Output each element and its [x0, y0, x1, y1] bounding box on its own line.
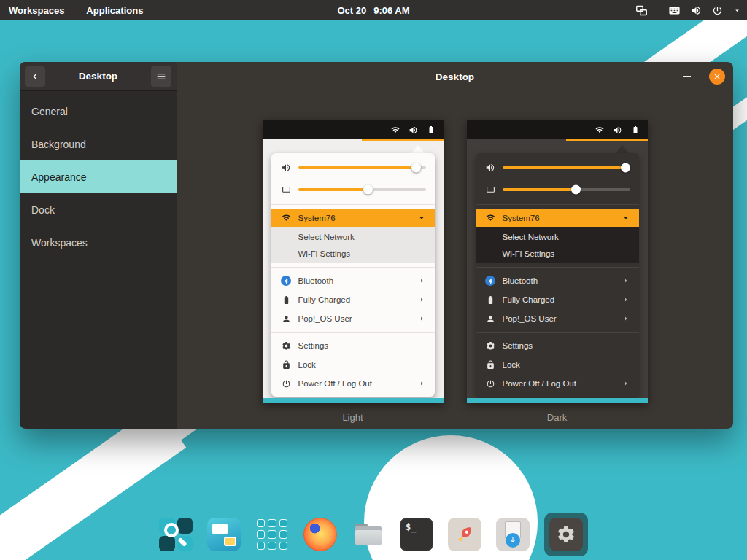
preview-wallpaper-strip [263, 398, 444, 403]
battery-icon [486, 295, 495, 305]
workspaces-menu[interactable]: Workspaces [9, 5, 64, 16]
desktop: Workspaces Applications Oct 20 9:06 AM D… [0, 0, 747, 560]
divider [476, 204, 639, 205]
lock-item: Lock [476, 355, 639, 374]
sidebar-item-dock[interactable]: Dock [20, 193, 177, 226]
volume-icon[interactable] [691, 5, 702, 16]
gear-icon [556, 524, 576, 545]
dock-files-icon[interactable] [352, 518, 385, 551]
chevron-down-icon [622, 214, 630, 222]
dock-installer-icon[interactable] [448, 518, 481, 551]
chevron-right-icon [622, 379, 630, 388]
network-submenu: Select Network Wi-Fi Settings [271, 227, 435, 263]
panel-active-indicator [566, 139, 648, 141]
dock-terminal-icon[interactable]: $_ [400, 518, 433, 551]
theme-preview-dark-card[interactable]: System76 Select Network Wi-Fi Settings B… [467, 120, 648, 403]
panel-active-indicator [362, 139, 444, 141]
bluetooth-icon [485, 276, 495, 286]
keyboard-layout-icon[interactable] [668, 4, 681, 17]
gear-icon [282, 341, 291, 351]
dock-pop-shop-icon[interactable] [159, 518, 193, 551]
battery-icon [427, 125, 436, 134]
theme-previews: System76 Select Network Wi-Fi Settings B… [177, 120, 733, 423]
sidebar-item-workspaces[interactable]: Workspaces [20, 226, 177, 259]
dock-firefox-icon[interactable] [303, 518, 337, 551]
chevron-right-icon [417, 295, 426, 304]
chevron-down-icon [417, 214, 426, 222]
sidebar-header: Desktop [20, 62, 177, 91]
user-item: Pop!_OS User [476, 309, 639, 328]
magnifier-icon [164, 523, 179, 537]
menu-caret-icon [411, 145, 425, 153]
lock-item: Lock [271, 355, 435, 374]
battery-item: Fully Charged [271, 290, 435, 309]
close-button[interactable] [709, 69, 725, 85]
volume-icon [613, 125, 622, 135]
select-network-item: Select Network [271, 228, 435, 245]
user-icon [486, 314, 495, 324]
bluetooth-item: Bluetooth [476, 271, 639, 290]
power-icon [282, 379, 291, 389]
dock-eddy-icon[interactable] [496, 518, 530, 551]
dock-app-grid-icon[interactable] [255, 518, 289, 551]
applications-menu[interactable]: Applications [86, 5, 143, 16]
lock-icon [486, 360, 495, 370]
back-button[interactable] [25, 66, 45, 87]
workspaces-overview-icon[interactable] [635, 4, 648, 17]
minimize-button[interactable] [683, 76, 691, 77]
sidebar-item-general[interactable]: General [20, 95, 177, 128]
chevron-down-icon[interactable] [733, 7, 741, 15]
hamburger-menu-button[interactable] [151, 66, 171, 87]
volume-icon [485, 163, 495, 173]
download-arrow-icon [506, 533, 520, 548]
preview-status-menu: System76 Select Network Wi-Fi Settings B… [271, 153, 435, 397]
dock-window-tiling-icon[interactable] [207, 518, 241, 551]
volume-slider-row [271, 157, 435, 179]
divider [476, 332, 639, 332]
divider [271, 267, 435, 268]
terminal-prompt: $_ [406, 522, 416, 532]
network-submenu: Select Network Wi-Fi Settings [476, 227, 639, 263]
battery-item: Fully Charged [476, 290, 639, 309]
wifi-settings-item: Wi-Fi Settings [476, 245, 639, 262]
divider [271, 332, 435, 332]
power-icon[interactable] [712, 5, 723, 16]
volume-slider [503, 166, 630, 169]
volume-slider [298, 166, 426, 169]
sidebar-item-appearance[interactable]: Appearance [20, 160, 177, 193]
gear-icon [486, 341, 495, 351]
menu-caret-icon [616, 145, 629, 153]
theme-label-light: Light [342, 412, 363, 423]
clock[interactable]: Oct 20 9:06 AM [337, 5, 409, 16]
clock-time: 9:06 AM [374, 5, 409, 16]
top-bar: Workspaces Applications Oct 20 9:06 AM [0, 0, 747, 20]
sidebar-item-background[interactable]: Background [20, 128, 177, 160]
brightness-slider-row [271, 179, 435, 201]
preview-status-menu: System76 Select Network Wi-Fi Settings B… [476, 153, 639, 397]
dock-settings-icon[interactable] [549, 518, 583, 551]
theme-label-dark: Dark [547, 412, 567, 423]
settings-item: Settings [476, 336, 639, 355]
theme-option-dark[interactable]: System76 Select Network Wi-Fi Settings B… [467, 120, 648, 423]
theme-option-light[interactable]: System76 Select Network Wi-Fi Settings B… [263, 120, 444, 423]
volume-icon [281, 163, 291, 173]
user-icon [282, 314, 291, 324]
brightness-slider [503, 188, 630, 191]
select-network-item: Select Network [476, 228, 639, 245]
wifi-icon [486, 213, 495, 222]
chevron-right-icon [417, 379, 426, 388]
display-brightness-icon [282, 185, 291, 195]
theme-preview-light-card[interactable]: System76 Select Network Wi-Fi Settings B… [263, 120, 444, 403]
display-brightness-icon [486, 185, 495, 195]
wifi-icon [595, 125, 604, 134]
divider [476, 267, 639, 268]
lock-icon [282, 360, 291, 370]
dock-settings-active-indicator[interactable] [544, 513, 588, 556]
rocket-icon [449, 519, 480, 550]
power-item: Power Off / Log Out [476, 374, 639, 393]
network-name: System76 [503, 214, 616, 222]
brightness-slider [298, 188, 426, 191]
chevron-right-icon [622, 314, 630, 323]
bluetooth-icon [281, 276, 291, 286]
settings-sidebar: Desktop General Background Appearance Do… [20, 62, 177, 429]
